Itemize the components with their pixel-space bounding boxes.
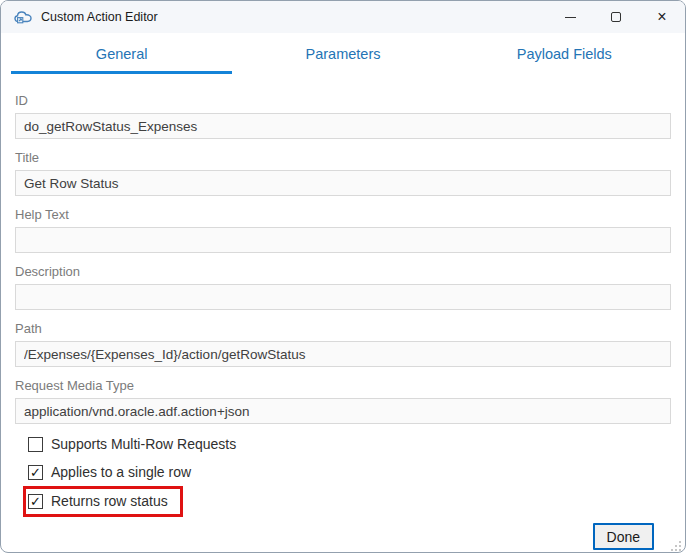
cloud-action-icon (13, 7, 33, 27)
done-button[interactable]: Done (593, 523, 654, 550)
tab-parameters[interactable]: Parameters (232, 46, 453, 74)
request-media-type-field[interactable] (15, 398, 671, 424)
minimize-button[interactable] (547, 1, 593, 33)
close-button[interactable]: × (639, 1, 685, 33)
tab-payload-fields[interactable]: Payload Fields (454, 46, 675, 74)
tab-general[interactable]: General (11, 46, 232, 74)
path-field[interactable] (15, 341, 671, 367)
maximize-button[interactable] (593, 1, 639, 33)
title-label: Title (15, 150, 671, 165)
description-label: Description (15, 264, 671, 279)
returns-row-status-checkbox-row[interactable]: ✓ Returns row status (28, 493, 168, 509)
maximize-icon (611, 12, 621, 22)
request-media-type-label: Request Media Type (15, 378, 671, 393)
path-label: Path (15, 321, 671, 336)
window-controls: × (547, 1, 685, 33)
applies-to-a-single-row-checkbox[interactable]: ✓ (28, 465, 43, 480)
general-tab-panel: ID Title Help Text Description Path Requ… (1, 74, 685, 552)
id-label: ID (15, 93, 671, 108)
supports-multi-row-requests-label: Supports Multi-Row Requests (51, 436, 236, 452)
returns-row-status-label: Returns row status (51, 493, 168, 509)
applies-to-a-single-row-label: Applies to a single row (51, 464, 191, 480)
custom-action-editor-dialog: Custom Action Editor × General Parameter… (0, 0, 686, 553)
titlebar: Custom Action Editor × (1, 1, 685, 33)
close-icon: × (657, 9, 666, 25)
title-field[interactable] (15, 170, 671, 196)
resize-grip-icon[interactable] (670, 538, 682, 550)
description-field[interactable] (15, 284, 671, 310)
returns-row-status-highlight-box: ✓ Returns row status (23, 486, 183, 517)
help-text-field[interactable] (15, 227, 671, 253)
supports-multi-row-requests-checkbox[interactable] (28, 437, 43, 452)
help-text-label: Help Text (15, 207, 671, 222)
id-field[interactable] (15, 113, 671, 139)
window-title: Custom Action Editor (41, 10, 158, 24)
dialog-footer: Done (15, 523, 654, 550)
supports-multi-row-requests-checkbox-row[interactable]: Supports Multi-Row Requests (28, 436, 671, 452)
applies-to-a-single-row-checkbox-row[interactable]: ✓ Applies to a single row (28, 464, 671, 480)
minimize-icon (565, 17, 576, 18)
returns-row-status-checkbox[interactable]: ✓ (28, 494, 43, 509)
tab-bar: General Parameters Payload Fields (11, 46, 675, 74)
